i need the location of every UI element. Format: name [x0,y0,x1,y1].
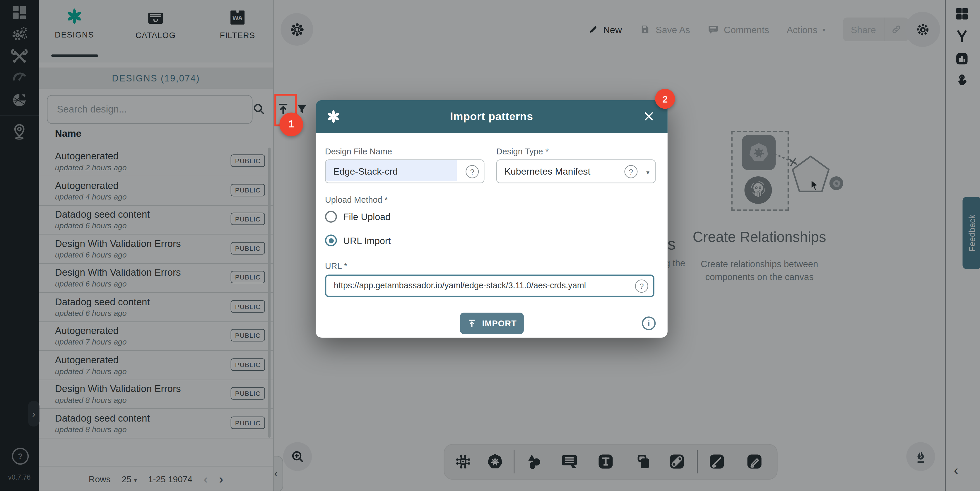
url-label: URL * [325,261,347,271]
annotation-step-2: 2 [655,89,675,109]
help-icon[interactable]: ? [635,279,648,293]
annotation-step-1: 1 [279,113,303,136]
url-value[interactable]: https://app.getambassador.io/yaml/edge-s… [334,281,586,290]
modal-title: Import patterns [316,110,668,123]
close-icon[interactable] [642,110,655,123]
import-button[interactable]: IMPORT [460,312,524,334]
upload-icon [467,319,477,328]
design-file-name-value[interactable]: Edge-Stack-crd [333,166,398,176]
import-patterns-modal: Import patterns Design File Name Design … [316,100,668,338]
design-file-name-field[interactable]: Edge-Stack-crd ? [325,159,484,183]
url-import-radio[interactable] [325,235,337,247]
design-type-label: Design Type * [496,147,549,156]
url-input[interactable]: https://app.getambassador.io/yaml/edge-s… [325,274,654,297]
design-file-name-label: Design File Name [325,147,392,156]
design-type-value: Kubernetes Manifest [504,166,590,176]
url-import-label[interactable]: URL Import [343,235,391,246]
meshery-app: ? v0.7.76 › DESIGNS CATALOG FILTERS DESI… [0,0,980,491]
info-icon[interactable]: i [642,316,655,330]
upload-method-label: Upload Method * [325,195,388,204]
caret-down-icon[interactable]: ▾ [646,169,649,175]
design-type-select[interactable]: Kubernetes Manifest ? ▾ [496,159,655,183]
file-upload-radio[interactable] [325,210,337,223]
file-upload-label[interactable]: File Upload [343,212,391,222]
help-icon[interactable]: ? [466,165,479,179]
help-icon[interactable]: ? [625,165,638,179]
